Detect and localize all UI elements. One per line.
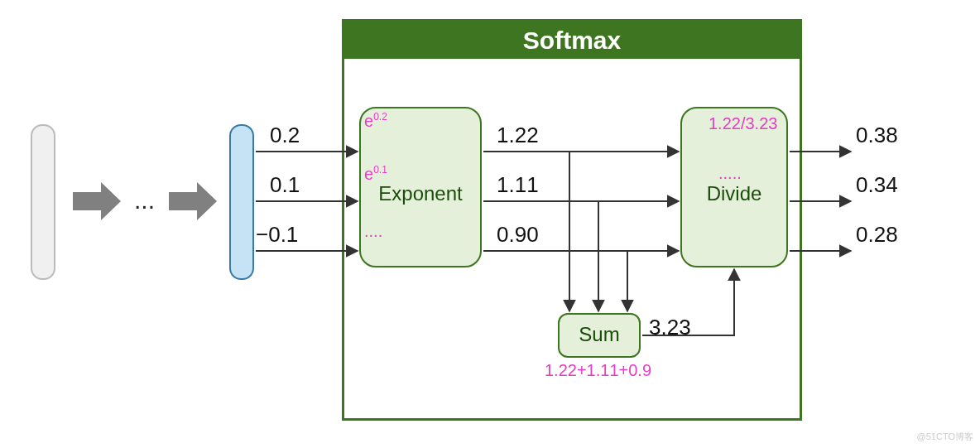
output-value-3: 0.28 [856, 222, 898, 248]
watermark: @51CTO博客 [917, 431, 973, 443]
input-value-1: 0.2 [270, 123, 300, 148]
exp-value-3: 0.90 [497, 222, 539, 248]
input-value-3: −0.1 [256, 222, 298, 248]
exp-value-1: 1.22 [497, 123, 539, 148]
input-layer-bar [31, 124, 55, 280]
input-value-2: 0.1 [270, 172, 300, 198]
flow-arrow-1 [73, 182, 122, 220]
svg-marker-0 [73, 182, 121, 220]
exp-value-2: 1.11 [497, 172, 539, 198]
ellipsis: ... [134, 186, 155, 214]
output-value-1: 0.38 [856, 123, 898, 148]
sum-value: 3.23 [649, 315, 691, 340]
softmax-title: Softmax [344, 22, 800, 59]
output-value-2: 0.34 [856, 172, 898, 198]
annot-sum-expr: 1.22+1.11+0.9 [545, 361, 651, 380]
flow-arrow-2 [169, 182, 219, 220]
annot-exp-3: .... [364, 222, 382, 241]
annot-div-1: 1.22/3.23 [709, 114, 777, 133]
annot-div-2: ..... [718, 164, 742, 183]
logits-bar [229, 124, 254, 280]
svg-marker-1 [169, 182, 217, 220]
annot-exp-2: e0.1 [364, 164, 387, 184]
sum-label: Sum [558, 323, 641, 346]
exponent-label: Exponent [359, 182, 482, 205]
divide-label: Divide [680, 182, 788, 205]
annot-exp-1: e0.2 [364, 111, 387, 131]
